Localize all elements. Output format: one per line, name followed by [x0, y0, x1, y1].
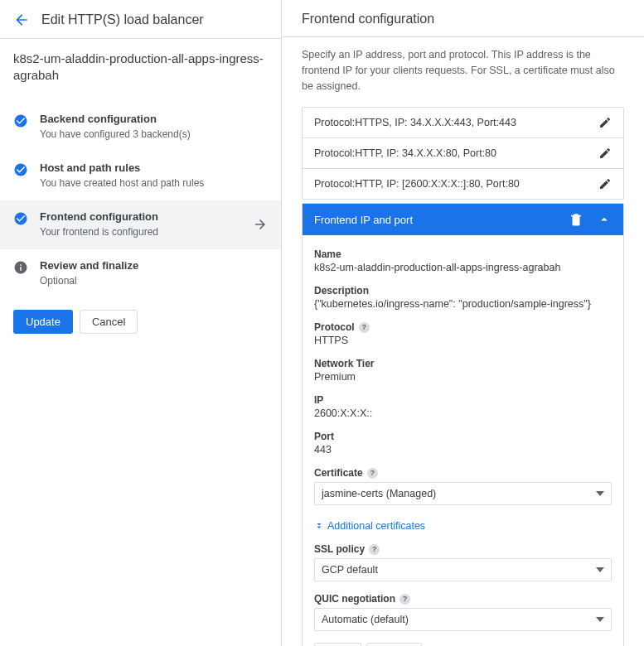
check-circle-icon: [13, 113, 28, 128]
help-text: Specify an IP address, port and protocol…: [302, 47, 624, 94]
network-tier-value: Premium: [314, 371, 612, 383]
protocol-value: HTTPS: [314, 335, 612, 346]
back-arrow-icon[interactable]: [13, 12, 30, 28]
frontend-row[interactable]: Protocol:HTTP, IP: 34.X.X.X:80, Port:80: [303, 138, 623, 169]
left-title: Edit HTTP(S) load balancer: [41, 12, 204, 27]
step-subtitle: You have created host and path rules: [40, 177, 268, 189]
right-title: Frontend configuration: [302, 12, 434, 27]
description-label: Description: [314, 285, 612, 296]
left-panel: Edit HTTP(S) load balancer k8s2-um-aladd…: [0, 0, 282, 646]
step-subtitle: Optional: [40, 275, 268, 287]
expanded-body: Name k8s2-um-aladdin-production-all-apps…: [303, 235, 623, 646]
info-circle-icon: [13, 260, 28, 275]
cancel-button[interactable]: Cancel: [366, 643, 421, 646]
name-label: Name: [314, 248, 612, 260]
frontend-summary: Protocol:HTTP, IP: [2600:X:X:X::]:80, Po…: [314, 178, 520, 190]
chevrons-down-icon: [314, 521, 324, 531]
step-subtitle: Your frontend is configured: [40, 226, 241, 238]
right-header: Frontend configuration: [282, 0, 644, 37]
ssl-policy-label: SSL policy: [314, 543, 365, 555]
edit-icon[interactable]: [598, 147, 612, 160]
step-subtitle: You have configured 3 backend(s): [40, 128, 268, 140]
step-list: Backend configuration You have configure…: [0, 103, 281, 298]
certificate-select[interactable]: jasmine-certs (Managed): [314, 482, 612, 505]
expanded-header: Frontend IP and port: [303, 204, 623, 235]
left-header: Edit HTTP(S) load balancer: [0, 0, 281, 39]
quic-label: QUIC negotiation: [314, 593, 395, 605]
help-icon[interactable]: ?: [359, 322, 370, 333]
step-host-path-rules[interactable]: Host and path rules You have created hos…: [0, 152, 281, 200]
port-value: 443: [314, 444, 612, 456]
cancel-button[interactable]: Cancel: [80, 310, 138, 334]
right-body: Specify an IP address, port and protocol…: [282, 37, 644, 646]
left-actions: Update Cancel: [0, 298, 281, 345]
help-icon[interactable]: ?: [399, 594, 410, 605]
protocol-label: Protocol: [314, 321, 355, 333]
frontend-list: Protocol:HTTPS, IP: 34.X.X.X:443, Port:4…: [302, 107, 624, 200]
delete-icon[interactable]: [569, 212, 583, 227]
ssl-policy-select[interactable]: GCP default: [314, 558, 612, 581]
frontend-summary: Protocol:HTTPS, IP: 34.X.X.X:443, Port:4…: [314, 117, 516, 128]
check-circle-icon: [13, 162, 28, 177]
network-tier-label: Network Tier: [314, 358, 612, 369]
frontend-row[interactable]: Protocol:HTTP, IP: [2600:X:X:X::]:80, Po…: [303, 169, 623, 199]
chevron-up-icon[interactable]: [597, 212, 612, 227]
step-backend-configuration[interactable]: Backend configuration You have configure…: [0, 103, 281, 152]
expanded-header-title: Frontend IP and port: [314, 214, 555, 226]
edit-icon[interactable]: [598, 116, 612, 129]
right-panel: Frontend configuration Specify an IP add…: [282, 0, 644, 646]
arrow-right-icon: [253, 217, 268, 232]
frontend-row[interactable]: Protocol:HTTPS, IP: 34.X.X.X:443, Port:4…: [303, 108, 623, 138]
step-title: Backend configuration: [40, 113, 268, 125]
edit-icon[interactable]: [598, 177, 612, 190]
done-button[interactable]: Done: [314, 643, 361, 646]
update-button[interactable]: Update: [13, 310, 73, 334]
check-circle-icon: [13, 211, 28, 226]
port-label: Port: [314, 431, 612, 442]
step-title: Review and finalize: [40, 259, 268, 272]
ip-label: IP: [314, 394, 612, 406]
frontend-summary: Protocol:HTTP, IP: 34.X.X.X:80, Port:80: [314, 147, 496, 159]
step-title: Frontend configuration: [40, 210, 241, 223]
frontend-expanded-card: Frontend IP and port Name k8s2-um-aladdi…: [302, 203, 624, 646]
step-frontend-configuration[interactable]: Frontend configuration Your frontend is …: [0, 200, 281, 249]
certificate-label: Certificate: [314, 467, 363, 479]
description-value: {"kubernetes.io/ingress-name": "producti…: [314, 298, 612, 310]
help-icon[interactable]: ?: [367, 468, 378, 479]
step-title: Host and path rules: [40, 162, 268, 174]
card-actions: Done Cancel: [314, 643, 612, 646]
name-value: k8s2-um-aladdin-production-all-apps-ingr…: [314, 262, 612, 273]
load-balancer-name: k8s2-um-aladdin-production-all-apps-ingr…: [0, 39, 281, 89]
additional-certificates-link[interactable]: Additional certificates: [314, 520, 425, 532]
step-review-finalize[interactable]: Review and finalize Optional: [0, 249, 281, 298]
quic-select[interactable]: Automatic (default): [314, 608, 612, 631]
ip-value: 2600:X:X:X::: [314, 407, 612, 419]
help-icon[interactable]: ?: [369, 544, 380, 555]
